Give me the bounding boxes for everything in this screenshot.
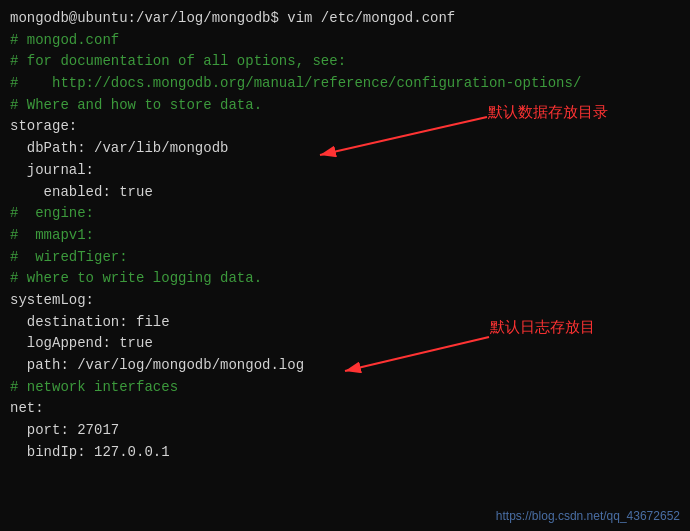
- terminal-line: # where to write logging data.: [10, 268, 680, 290]
- terminal-line: path: /var/log/mongodb/mongod.log: [10, 355, 680, 377]
- terminal-line: # mongod.conf: [10, 30, 680, 52]
- terminal-line: mongodb@ubuntu:/var/log/mongodb$ vim /et…: [10, 8, 680, 30]
- terminal-line: net:: [10, 398, 680, 420]
- terminal-line: journal:: [10, 160, 680, 182]
- terminal-line: port: 27017: [10, 420, 680, 442]
- annotation-data-dir: 默认数据存放目录: [488, 103, 608, 122]
- terminal: mongodb@ubuntu:/var/log/mongodb$ vim /et…: [0, 0, 690, 531]
- terminal-line: bindIp: 127.0.0.1: [10, 442, 680, 464]
- terminal-line: dbPath: /var/lib/mongodb: [10, 138, 680, 160]
- annotation-log-dir: 默认日志存放目: [490, 318, 595, 337]
- terminal-line: # http://docs.mongodb.org/manual/referen…: [10, 73, 680, 95]
- terminal-line: enabled: true: [10, 182, 680, 204]
- terminal-line: # mmapv1:: [10, 225, 680, 247]
- terminal-line: systemLog:: [10, 290, 680, 312]
- watermark: https://blog.csdn.net/qq_43672652: [496, 509, 680, 523]
- terminal-line: # network interfaces: [10, 377, 680, 399]
- terminal-line: # wiredTiger:: [10, 247, 680, 269]
- terminal-line: # for documentation of all options, see:: [10, 51, 680, 73]
- terminal-line: # engine:: [10, 203, 680, 225]
